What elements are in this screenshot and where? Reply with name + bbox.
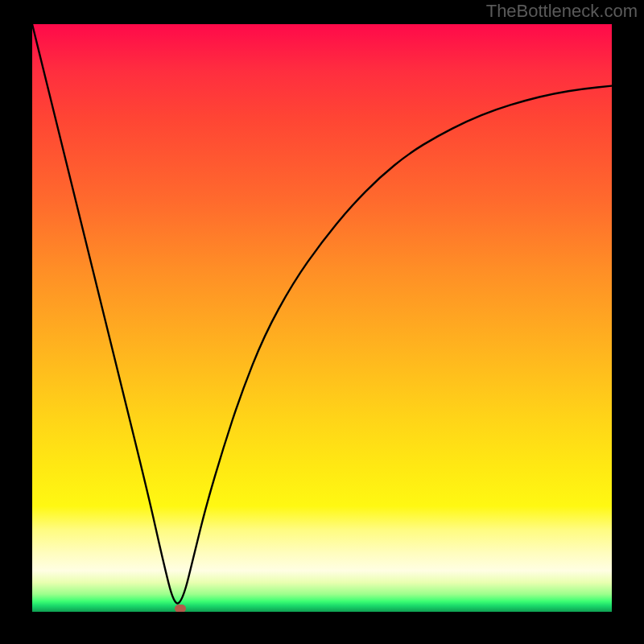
plot-area bbox=[32, 24, 612, 612]
chart-frame: TheBottleneck.com bbox=[0, 0, 644, 644]
optimum-marker bbox=[175, 605, 186, 612]
watermark-text: TheBottleneck.com bbox=[486, 1, 638, 22]
bottleneck-curve bbox=[32, 24, 612, 603]
curve-svg bbox=[32, 24, 612, 612]
